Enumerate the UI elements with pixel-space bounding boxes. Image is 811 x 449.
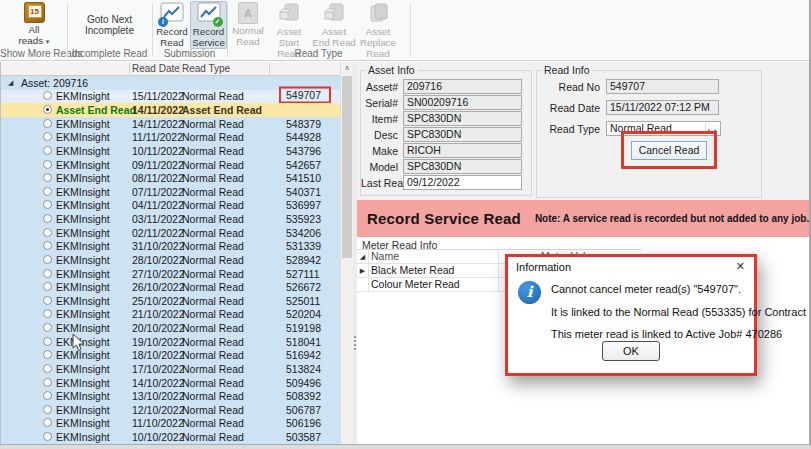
column-header-read-date[interactable]: Read Date bbox=[132, 62, 180, 75]
record-service-button[interactable]: ✓ Record Service bbox=[190, 1, 227, 49]
read-row[interactable]: EKMInsight10/10/2022Normal Read503587 bbox=[1, 430, 340, 444]
close-icon[interactable]: ✕ bbox=[736, 260, 745, 273]
asset-start-read-button[interactable]: Asset Start Read bbox=[266, 2, 312, 47]
read-row[interactable]: EKMInsight04/11/2022Normal Read536997 bbox=[1, 199, 340, 213]
asset-field-item[interactable]: SPC830DN bbox=[403, 111, 522, 126]
read-row[interactable]: EKMInsight26/10/2022Normal Read526672 bbox=[1, 280, 340, 294]
read-name-cell: EKMInsight bbox=[56, 336, 110, 348]
read-radio-button[interactable] bbox=[43, 119, 52, 128]
read-radio-button[interactable] bbox=[43, 378, 52, 387]
column-header-read-type[interactable]: Read Type bbox=[182, 62, 230, 75]
asset-field-desc[interactable]: SPC830DN bbox=[403, 127, 522, 142]
read-date-field[interactable]: 15/11/2022 07:12 PM bbox=[606, 100, 719, 115]
read-date-cell: 14/10/2022 bbox=[132, 377, 185, 389]
meter-name-header[interactable]: Name bbox=[371, 250, 399, 263]
goto-next-incomplete-button[interactable]: Goto Next Incomplete bbox=[68, 2, 151, 47]
read-value-cell: 526672 bbox=[286, 281, 321, 293]
read-type-cell: Normal Read bbox=[182, 254, 244, 266]
read-radio-button[interactable] bbox=[43, 405, 52, 414]
app-window: 15 All reads ▾ Show More Reads Goto Next… bbox=[0, 0, 811, 449]
read-row[interactable]: EKMInsight13/10/2022Normal Read508392 bbox=[1, 389, 340, 403]
read-value-cell: 549707 bbox=[286, 89, 331, 104]
read-row[interactable]: EKMInsight15/11/2022Normal Read549707 bbox=[1, 90, 340, 104]
annotation-red-box-value: 549707 bbox=[279, 87, 331, 104]
read-value-cell: 543796 bbox=[286, 145, 321, 157]
read-radio-button[interactable] bbox=[43, 323, 52, 332]
ok-button[interactable]: OK bbox=[602, 341, 660, 361]
read-radio-button[interactable] bbox=[43, 309, 52, 318]
read-name-cell: EKMInsight bbox=[56, 199, 110, 211]
read-radio-button[interactable] bbox=[43, 282, 52, 291]
read-row[interactable]: EKMInsight11/10/2022Normal Read506196 bbox=[1, 417, 340, 431]
read-row[interactable]: EKMInsight10/11/2022Normal Read543796 bbox=[1, 144, 340, 158]
meter-name-cell: Black Meter Read bbox=[371, 264, 454, 277]
read-row[interactable]: EKMInsight28/10/2022Normal Read528942 bbox=[1, 253, 340, 267]
read-radio-button[interactable] bbox=[43, 146, 52, 155]
read-radio-button[interactable] bbox=[43, 418, 52, 427]
record-read-button[interactable]: i Record Read bbox=[155, 2, 189, 47]
read-radio-button[interactable] bbox=[43, 214, 52, 223]
read-name-cell: EKMInsight bbox=[56, 172, 110, 184]
read-row[interactable]: EKMInsight19/10/2022Normal Read518041 bbox=[1, 335, 340, 349]
expand-triangle-icon[interactable]: ◢ bbox=[8, 79, 13, 87]
asset-replace-read-button[interactable]: Asset Replace Read bbox=[348, 2, 408, 47]
read-row[interactable]: EKMInsight14/10/2022Normal Read509496 bbox=[1, 376, 340, 390]
read-radio-button[interactable] bbox=[43, 160, 52, 169]
all-reads-button[interactable]: 15 All reads ▾ bbox=[8, 2, 60, 47]
read-name-cell: EKMInsight bbox=[56, 308, 110, 320]
read-row[interactable]: EKMInsight31/10/2022Normal Read531339 bbox=[1, 240, 340, 254]
read-value-cell: 513824 bbox=[286, 363, 321, 375]
read-type-cell: Normal Read bbox=[182, 349, 244, 361]
asset-field-label: Last Read bbox=[361, 177, 398, 189]
read-row[interactable]: EKMInsight08/11/2022Normal Read541510 bbox=[1, 171, 340, 185]
read-radio-button[interactable] bbox=[43, 132, 52, 141]
read-date-cell: 12/10/2022 bbox=[132, 404, 185, 416]
read-info-groupbox: Read Info Read No 549707 Read Date 15/11… bbox=[536, 70, 762, 198]
read-radio-button[interactable] bbox=[43, 337, 52, 346]
read-radio-button[interactable] bbox=[43, 241, 52, 250]
asset-replace-read-icon bbox=[367, 2, 389, 25]
read-radio-button[interactable] bbox=[43, 200, 52, 209]
read-row[interactable]: EKMInsight14/11/2022Normal Read548379 bbox=[1, 117, 340, 131]
read-row[interactable]: EKMInsight18/10/2022Normal Read516942 bbox=[1, 349, 340, 363]
read-radio-button[interactable] bbox=[43, 269, 52, 278]
asset-field-model[interactable]: SPC830DN bbox=[403, 159, 522, 174]
read-row[interactable]: EKMInsight20/10/2022Normal Read519198 bbox=[1, 321, 340, 335]
read-radio-button[interactable] bbox=[43, 350, 52, 359]
read-radio-button[interactable] bbox=[43, 364, 52, 373]
read-row[interactable]: EKMInsight25/10/2022Normal Read525011 bbox=[1, 294, 340, 308]
normal-read-button[interactable]: A Normal Read bbox=[230, 2, 266, 47]
asset-field-make[interactable]: RICOH bbox=[403, 143, 522, 158]
read-radio-button[interactable] bbox=[43, 432, 52, 441]
vertical-scrollbar[interactable]: ∧ bbox=[340, 62, 353, 444]
asset-field-serial[interactable]: SN00209716 bbox=[403, 95, 522, 110]
read-radio-button[interactable] bbox=[43, 187, 52, 196]
read-row[interactable]: EKMInsight09/11/2022Normal Read542657 bbox=[1, 158, 340, 172]
read-radio-button[interactable] bbox=[43, 105, 52, 114]
read-radio-button[interactable] bbox=[43, 255, 52, 264]
read-row[interactable]: EKMInsight12/10/2022Normal Read506787 bbox=[1, 403, 340, 417]
read-radio-button[interactable] bbox=[43, 228, 52, 237]
asset-field-last-read[interactable]: 09/12/2022 bbox=[403, 175, 522, 190]
asset-field-asset[interactable]: 209716 bbox=[403, 79, 522, 94]
scrollbar-thumb[interactable] bbox=[342, 76, 352, 258]
read-row[interactable]: EKMInsight02/11/2022Normal Read534206 bbox=[1, 226, 340, 240]
read-type-cell: Normal Read bbox=[182, 308, 244, 320]
read-row[interactable]: EKMInsight11/11/2022Normal Read544928 bbox=[1, 131, 340, 145]
read-row[interactable]: EKMInsight07/11/2022Normal Read540371 bbox=[1, 185, 340, 199]
read-row[interactable]: EKMInsight03/11/2022Normal Read535923 bbox=[1, 212, 340, 226]
scroll-up-arrow-icon[interactable]: ∧ bbox=[341, 62, 353, 75]
read-radio-button[interactable] bbox=[43, 391, 52, 400]
read-no-field[interactable]: 549707 bbox=[606, 79, 719, 94]
read-value-cell: 544928 bbox=[286, 131, 321, 143]
read-radio-button[interactable] bbox=[43, 296, 52, 305]
cancel-read-button[interactable]: Cancel Read bbox=[631, 141, 707, 160]
read-row[interactable]: Asset End Read14/11/2022Asset End Read bbox=[1, 103, 340, 117]
read-row[interactable]: EKMInsight27/10/2022Normal Read527111 bbox=[1, 267, 340, 281]
read-row[interactable]: EKMInsight21/10/2022Normal Read520204 bbox=[1, 308, 340, 322]
read-radio-button[interactable] bbox=[43, 173, 52, 182]
read-row[interactable]: EKMInsight17/10/2022Normal Read513824 bbox=[1, 362, 340, 376]
check-badge-icon: ✓ bbox=[213, 17, 223, 27]
read-type-cell: Normal Read bbox=[182, 118, 244, 130]
read-radio-button[interactable] bbox=[43, 91, 52, 100]
